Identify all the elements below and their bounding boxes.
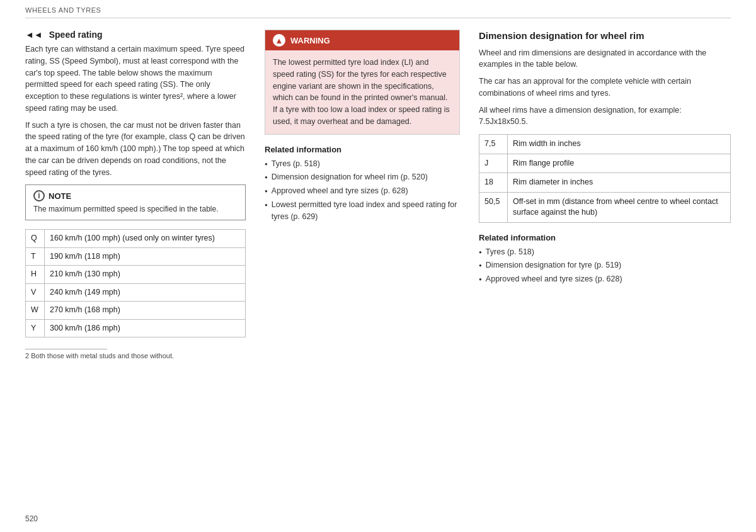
footnote-number: 2 [25, 352, 31, 359]
note-box: i NOTE The maximum permitted speed is sp… [25, 184, 246, 220]
header-title: WHEELS AND TYRES [25, 6, 101, 14]
rim-table: 7,5Rim width in inchesJRim flange profil… [479, 134, 731, 223]
footnote-text-content: Both those with metal studs and those wi… [31, 352, 174, 359]
left-column: ◄◄ Speed rating Each tyre can withstand … [25, 30, 246, 359]
rim-table-body: 7,5Rim width in inchesJRim flange profil… [479, 135, 731, 223]
speed-table-body: Q160 km/h (100 mph) (used only on winter… [26, 230, 246, 337]
speed-rating-title: Speed rating [49, 30, 103, 40]
table-row: V240 km/h (149 mph) [26, 283, 246, 302]
rim-desc: Rim flange profile [508, 154, 731, 173]
rim-code: 50,5 [479, 192, 508, 222]
right-related-list: Tyres (p. 518)Dimension designation for … [479, 246, 731, 285]
table-row: 50,5Off-set in mm (distance from wheel c… [479, 192, 731, 222]
footnote: 2 Both those with metal studs and those … [25, 352, 246, 359]
speed-value: 300 km/h (186 mph) [45, 319, 246, 337]
note-text: The maximum permitted speed is specified… [33, 204, 238, 215]
speed-code: Y [26, 319, 45, 337]
rim-desc: Rim width in inches [508, 135, 731, 154]
table-row: H210 km/h (130 mph) [26, 266, 246, 284]
warning-label: WARNING [290, 36, 330, 45]
middle-related-title: Related information [265, 145, 460, 154]
table-row: W270 km/h (168 mph) [26, 302, 246, 320]
speed-value: 160 km/h (100 mph) (used only on winter … [45, 230, 246, 248]
page-header: WHEELS AND TYRES [25, 6, 731, 18]
rim-code: 18 [479, 173, 508, 193]
page-number: 520 [25, 514, 38, 523]
table-row: 7,5Rim width in inches [479, 135, 731, 154]
middle-related-list: Tyres (p. 518)Dimension designation for … [265, 158, 460, 223]
rim-code: 7,5 [479, 135, 508, 154]
speed-body-p1: Each tyre can withstand a certain maximu… [25, 43, 246, 115]
dim-designation-title: Dimension designation for wheel rim [479, 30, 731, 42]
table-row: T190 km/h (118 mph) [26, 247, 246, 266]
right-body-p3: All wheel rims have a dimension designat… [479, 105, 731, 128]
table-row: JRim flange profile [479, 154, 731, 173]
speed-code: H [26, 266, 45, 284]
warning-triangle-icon: ▲ [273, 34, 285, 47]
list-item: Lowest permitted tyre load index and spe… [265, 199, 460, 223]
rim-desc: Off-set in mm (distance from wheel centr… [508, 192, 731, 222]
content-columns: ◄◄ Speed rating Each tyre can withstand … [25, 30, 731, 359]
rim-desc: Rim diameter in inches [508, 173, 731, 193]
speed-value: 240 km/h (149 mph) [45, 283, 246, 302]
speed-body-p2: If such a tyre is chosen, the car must n… [25, 120, 246, 179]
speed-table: Q160 km/h (100 mph) (used only on winter… [25, 229, 246, 337]
middle-column: ▲ WARNING The lowest permitted tyre load… [265, 30, 460, 229]
list-item: Dimension designation for tyre (p. 519) [479, 259, 731, 271]
note-header: i NOTE [33, 190, 238, 201]
right-body-p1: Wheel and rim dimensions are designated … [479, 47, 731, 71]
table-row: 18Rim diameter in inches [479, 173, 731, 193]
info-icon: i [33, 190, 45, 201]
note-label: NOTE [49, 191, 71, 201]
back-arrow-icon: ◄◄ [25, 30, 43, 40]
footnote-divider [25, 349, 107, 349]
warning-body: The lowest permitted tyre load index (LI… [265, 50, 459, 134]
speed-value: 190 km/h (118 mph) [45, 247, 246, 266]
rim-code: J [479, 154, 508, 173]
list-item: Tyres (p. 518) [479, 246, 731, 258]
warning-box: ▲ WARNING The lowest permitted tyre load… [265, 30, 460, 135]
warning-header: ▲ WARNING [265, 30, 459, 50]
speed-value: 270 km/h (168 mph) [45, 302, 246, 320]
speed-code: W [26, 302, 45, 320]
speed-code: T [26, 247, 45, 266]
table-row: Q160 km/h (100 mph) (used only on winter… [26, 230, 246, 248]
page-container: WHEELS AND TYRES ◄◄ Speed rating Each ty… [0, 0, 756, 532]
speed-code: Q [26, 230, 45, 248]
speed-code: V [26, 283, 45, 302]
list-item: Approved wheel and tyre sizes (p. 628) [265, 185, 460, 197]
right-body-p2: The car has an approval for the complete… [479, 76, 731, 99]
right-related-title: Related information [479, 233, 731, 242]
list-item: Tyres (p. 518) [265, 158, 460, 170]
right-column: Dimension designation for wheel rim Whee… [479, 30, 731, 291]
list-item: Approved wheel and tyre sizes (p. 628) [479, 273, 731, 285]
table-row: Y300 km/h (186 mph) [26, 319, 246, 337]
speed-value: 210 km/h (130 mph) [45, 266, 246, 284]
list-item: Dimension designation for wheel rim (p. … [265, 171, 460, 183]
section-title-row: ◄◄ Speed rating [25, 30, 246, 40]
